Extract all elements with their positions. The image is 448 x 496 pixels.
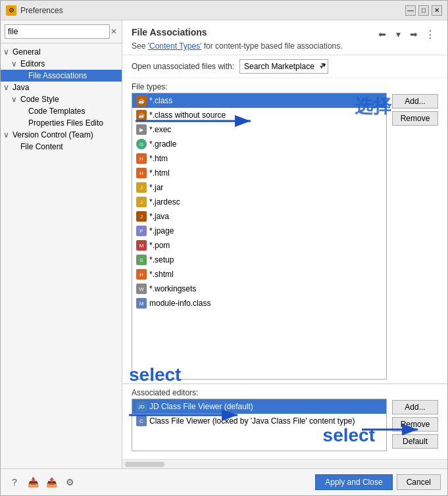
expand-icon: ∨ — [3, 83, 11, 92]
file-list-item[interactable]: H *.shtml — [132, 267, 386, 282]
file-remove-button[interactable]: Remove — [392, 111, 438, 126]
search-clear-button[interactable]: ✕ — [110, 26, 118, 37]
scrollbar-thumb[interactable] — [125, 462, 164, 467]
assoc-add-button[interactable]: Add... — [392, 400, 438, 414]
assoc-area: JD JD Class File Viewer (default) C Clas… — [132, 399, 438, 455]
class-file-icon: ☕ — [136, 95, 147, 106]
file-item-label: *.shtml — [149, 270, 174, 279]
jpage-file-icon: P — [136, 226, 147, 236]
expand-icon: ∨ — [11, 59, 19, 68]
bottom-left-icons: ? 📥 📤 ⚙ — [7, 475, 77, 489]
sidebar-item-java[interactable]: ∨ Java — [1, 82, 122, 93]
main-content: ✕ ∨ General ∨ Editors File Associations … — [1, 20, 447, 468]
window-title: Preferences — [20, 6, 405, 15]
file-list-item[interactable]: P *.jpage — [132, 224, 386, 238]
nav-dropdown-button[interactable]: ▾ — [391, 27, 405, 41]
sidebar-label-code-templates: Code Templates — [28, 107, 86, 116]
file-item-label: *.jpage — [149, 226, 174, 236]
assoc-default-button[interactable]: Default — [392, 434, 438, 449]
sidebar-item-code-style[interactable]: ∨ Code Style — [1, 93, 122, 105]
app-icon: ⚙ — [6, 5, 16, 16]
sidebar-item-file-associations[interactable]: File Associations — [1, 70, 122, 82]
file-list-item[interactable]: M *.pom — [132, 238, 386, 253]
file-list-item[interactable]: ☕ *.class — [132, 93, 386, 108]
sidebar-label-java: Java — [12, 83, 29, 92]
sidebar-item-general[interactable]: ∨ General — [1, 46, 122, 58]
file-list-item[interactable]: G *.gradle — [132, 137, 386, 151]
shtml-file-icon: H — [136, 269, 147, 280]
file-item-label: *.pom — [149, 241, 170, 250]
toolbar-right: ⬅ ▾ ➡ ⋮ — [375, 27, 438, 41]
expand-icon: ∨ — [3, 130, 11, 139]
pom-file-icon: M — [136, 240, 147, 251]
help-icon[interactable]: ? — [7, 475, 22, 489]
file-list-item[interactable]: H *.html — [132, 166, 386, 180]
titlebar: ⚙ Preferences — □ ✕ — [1, 1, 447, 20]
file-item-label: *.workingsets — [149, 284, 196, 293]
horizontal-scrollbar[interactable] — [122, 459, 447, 468]
close-button[interactable]: ✕ — [432, 5, 442, 16]
panel-title: File Associations — [132, 27, 207, 37]
import-icon[interactable]: 📥 — [26, 475, 40, 489]
search-input[interactable] — [5, 24, 110, 39]
sidebar-label-file-content: File Content — [20, 142, 63, 151]
minimize-button[interactable]: — — [405, 5, 416, 16]
content-types-link[interactable]: 'Content Types' — [148, 41, 202, 51]
file-list-item[interactable]: J *.jar — [132, 180, 386, 195]
exec-file-icon: ▶ — [136, 124, 147, 135]
file-list-item[interactable]: J *.jardesc — [132, 195, 386, 209]
file-add-button[interactable]: Add... — [392, 94, 438, 109]
file-section: File types: 选择 — [122, 78, 447, 384]
apply-close-button[interactable]: Apply and Close — [315, 474, 392, 490]
sidebar-item-file-content[interactable]: File Content — [1, 141, 122, 153]
open-with-label: Open unassociated files with: — [132, 62, 234, 71]
module-file-icon: M — [136, 298, 147, 309]
desc-prefix: See — [132, 41, 148, 51]
open-with-select-wrapper: Search Marketplace ▼ — [239, 59, 328, 74]
more-options-icon[interactable]: ⋮ — [422, 28, 438, 41]
export-icon[interactable]: 📤 — [44, 475, 59, 489]
sidebar: ✕ ∨ General ∨ Editors File Associations … — [1, 20, 122, 468]
associated-label: Associated editors: — [132, 384, 438, 399]
file-list-item[interactable]: J *.java — [132, 209, 386, 224]
sidebar-label-editors: Editors — [20, 59, 45, 68]
panel-header: File Associations ⬅ ▾ ➡ ⋮ See 'Content T… — [122, 20, 447, 55]
setup-file-icon: S — [136, 255, 147, 265]
sidebar-label-version-control: Version Control (Team) — [12, 130, 93, 139]
gradle-file-icon: G — [136, 139, 147, 149]
jardesc-file-icon: J — [136, 197, 147, 207]
sidebar-item-props-files[interactable]: Properties Files Edito — [1, 117, 122, 129]
file-list-item[interactable]: ☕ *.class without source — [132, 108, 386, 122]
file-list-item[interactable]: ▶ *.exec — [132, 122, 386, 137]
file-type-buttons: Add... Remove — [392, 93, 438, 380]
file-item-label: *.jardesc — [149, 197, 180, 207]
settings-icon[interactable]: ⚙ — [62, 475, 77, 489]
sidebar-item-code-templates[interactable]: Code Templates — [1, 105, 122, 117]
file-item-label: module-info.class — [149, 299, 211, 308]
file-item-label: *.html — [149, 168, 170, 178]
maximize-button[interactable]: □ — [418, 5, 429, 16]
search-bar: ✕ — [1, 20, 122, 43]
workingsets-file-icon: W — [136, 284, 147, 294]
bottom-right-buttons: Apply and Close Cancel — [315, 474, 441, 490]
sidebar-label-general: General — [12, 47, 41, 57]
sidebar-item-version-control[interactable]: ∨ Version Control (Team) — [1, 129, 122, 141]
assoc-buttons: Add... Remove Default — [392, 399, 438, 451]
assoc-editor-label: JD Class File Viewer (default) — [149, 402, 253, 411]
cancel-button[interactable]: Cancel — [397, 474, 441, 490]
nav-back-button[interactable]: ⬅ — [375, 27, 389, 41]
nav-forward-button[interactable]: ➡ — [407, 27, 421, 41]
open-with-select[interactable]: Search Marketplace — [239, 59, 328, 74]
right-panel: File Associations ⬅ ▾ ➡ ⋮ See 'Content T… — [122, 20, 447, 468]
file-list-item[interactable]: H *.htm — [132, 151, 386, 166]
file-list-item[interactable]: W *.workingsets — [132, 282, 386, 296]
assoc-remove-button[interactable]: Remove — [392, 417, 438, 432]
associated-section: select Associated editors: JD — [122, 384, 447, 459]
sidebar-item-editors[interactable]: ∨ Editors — [1, 58, 122, 70]
preferences-window: ⚙ Preferences — □ ✕ ✕ ∨ General ∨ Editor… — [0, 0, 448, 496]
file-list-item[interactable]: S *.setup — [132, 253, 386, 267]
file-list-item[interactable]: M module-info.class — [132, 296, 386, 310]
assoc-editor-item[interactable]: JD JD Class File Viewer (default) — [132, 399, 386, 414]
window-controls: — □ ✕ — [405, 5, 442, 16]
assoc-editor-item[interactable]: C Class File Viewer (locked by 'Java Cla… — [132, 414, 386, 428]
